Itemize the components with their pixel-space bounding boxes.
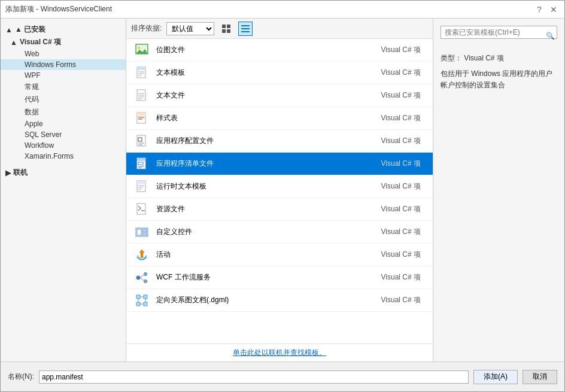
table-row[interactable]: 资源文件 Visual C# 项 <box>126 198 433 221</box>
list-view-button[interactable] <box>238 22 253 36</box>
grid-view-button[interactable] <box>219 22 233 36</box>
installed-section-header[interactable]: ▲ ▲ 已安装 <box>1 23 126 36</box>
svg-rect-54 <box>144 302 147 306</box>
info-description: 包括用于 Windows 应用程序的用户帐户控制的设置集合 <box>441 68 557 91</box>
info-panel: 🔍 类型： Visual C# 项 包括用于 Windows 应用程序的用户帐户… <box>433 19 564 361</box>
table-row[interactable]: 定向关系图文档(.dgml) Visual C# 项 <box>126 289 433 312</box>
wcf-service-icon <box>133 269 150 286</box>
sidebar-item-data[interactable]: 数据 <box>1 106 126 118</box>
table-row[interactable]: 文本文件 Visual C# 项 <box>126 84 433 107</box>
svg-rect-5 <box>241 28 250 29</box>
table-row[interactable]: 位图文件 Visual C# 项 <box>126 39 433 62</box>
add-button[interactable]: 添加(A) <box>473 370 518 384</box>
sidebar-item-xamarin-forms[interactable]: Xamarin.Forms <box>1 151 126 162</box>
style-sheet-icon <box>133 110 150 127</box>
resource-file-icon <box>133 201 150 218</box>
online-label: 联机 <box>13 168 28 178</box>
sidebar-item-code[interactable]: 代码 <box>1 93 126 106</box>
sidebar-item-general[interactable]: 常规 <box>1 81 126 93</box>
sidebar-item-workflow[interactable]: Workflow <box>1 140 126 151</box>
diagram-file-icon <box>133 292 150 309</box>
svg-rect-53 <box>136 302 140 306</box>
sidebar-item-apple[interactable]: Apple <box>1 118 126 129</box>
item-name: 运行时文本模板 <box>156 181 381 192</box>
help-button[interactable]: ? <box>533 4 545 16</box>
table-row[interactable]: 自定义控件 Visual C# 项 <box>126 221 433 244</box>
online-templates-link[interactable]: 单击此处以联机并查找模板。 <box>233 348 326 358</box>
svg-rect-39 <box>137 203 145 214</box>
sidebar-item-web[interactable]: Web <box>1 48 126 59</box>
activity-icon <box>133 247 150 263</box>
item-name: 文本文件 <box>156 90 381 101</box>
search-container: 🔍 <box>441 26 557 46</box>
list-view-icon <box>241 25 250 33</box>
svg-rect-0 <box>222 25 226 28</box>
config-file-icon <box>133 133 150 150</box>
item-category: Visual C# 项 <box>381 90 421 101</box>
manifest-file-icon <box>133 156 150 172</box>
title-bar-controls: ? ✕ <box>533 4 560 16</box>
sidebar-item-windows-forms[interactable]: Windows Forms <box>1 59 126 70</box>
table-row[interactable]: 文本模板 Visual C# 项 <box>126 62 433 84</box>
visual-csharp-arrow-icon: ▲ <box>10 38 17 47</box>
table-row[interactable]: 应用程序配置文件 Visual C# 项 <box>126 130 433 153</box>
sidebar: ▲ ▲ 已安装 ▲ Visual C# 项 Web Windows Forms … <box>1 19 126 361</box>
sidebar-item-wpf[interactable]: WPF <box>1 70 126 81</box>
svg-rect-11 <box>137 67 145 70</box>
info-type: 类型： Visual C# 项 <box>441 53 557 63</box>
title-bar: 添加新项 - WindowsServiceClient ? ✕ <box>1 1 564 19</box>
svg-point-47 <box>144 272 147 275</box>
svg-point-8 <box>138 47 140 49</box>
name-label: 名称(N): <box>8 372 34 382</box>
visual-csharp-section-header[interactable]: ▲ Visual C# 项 <box>1 36 126 48</box>
online-arrow-icon: ▶ <box>5 169 11 177</box>
item-name: 资源文件 <box>156 204 381 214</box>
middle-panel: 排序依据: 默认值 名称 类型 <box>126 19 433 361</box>
table-row[interactable]: 样式表 Visual C# 项 <box>126 107 433 130</box>
text-template-icon <box>133 65 150 81</box>
svg-rect-1 <box>227 25 230 28</box>
bottom-bar: 名称(N): 添加(A) 取消 <box>1 361 564 391</box>
table-row[interactable]: WCF 工作流服务 Visual C# 项 <box>126 266 433 289</box>
cancel-button[interactable]: 取消 <box>523 370 557 384</box>
search-icon: 🔍 <box>546 32 555 40</box>
item-category: Visual C# 项 <box>381 250 421 260</box>
table-row[interactable]: 应用程序清单文件 Visual C# 项 <box>126 153 433 175</box>
svg-rect-2 <box>222 29 226 33</box>
svg-rect-3 <box>227 29 230 33</box>
svg-rect-35 <box>137 181 145 184</box>
search-input[interactable] <box>441 26 557 39</box>
runtime-template-icon <box>133 178 150 195</box>
installed-label: ▲ 已安装 <box>15 25 45 35</box>
svg-point-48 <box>144 279 147 282</box>
online-section-header[interactable]: ▶ 联机 <box>1 166 126 179</box>
dialog: 添加新项 - WindowsServiceClient ? ✕ ▲ ▲ 已安装 … <box>0 0 565 392</box>
item-name: 自定义控件 <box>156 227 381 237</box>
list-footer: 单击此处以联机并查找模板。 <box>126 344 433 361</box>
name-input[interactable] <box>39 370 469 384</box>
text-file-icon <box>133 87 150 104</box>
item-category: Visual C# 项 <box>381 159 421 169</box>
svg-rect-44 <box>142 233 147 235</box>
custom-control-icon <box>133 224 150 241</box>
svg-rect-4 <box>241 25 250 26</box>
item-name: WCF 工作流服务 <box>156 272 381 282</box>
table-row[interactable]: 运行时文本模板 Visual C# 项 <box>126 175 433 198</box>
svg-rect-42 <box>137 229 141 235</box>
item-name: 位图文件 <box>156 45 381 55</box>
svg-rect-43 <box>142 229 147 232</box>
type-value: Visual C# 项 <box>464 54 503 62</box>
item-category: Visual C# 项 <box>381 227 421 237</box>
type-label: 类型： <box>441 54 462 62</box>
sidebar-item-sql-server[interactable]: SQL Server <box>1 129 126 140</box>
close-button[interactable]: ✕ <box>548 4 560 16</box>
item-name: 定向关系图文档(.dgml) <box>156 295 381 305</box>
sort-select[interactable]: 默认值 名称 类型 <box>166 22 214 35</box>
item-name: 文本模板 <box>156 68 381 78</box>
item-category: Visual C# 项 <box>381 113 421 123</box>
table-row[interactable]: 活动 Visual C# 项 <box>126 244 433 266</box>
svg-rect-21 <box>137 113 145 116</box>
svg-rect-52 <box>144 295 147 299</box>
sort-label: 排序依据: <box>131 23 162 34</box>
item-category: Visual C# 项 <box>381 295 421 305</box>
